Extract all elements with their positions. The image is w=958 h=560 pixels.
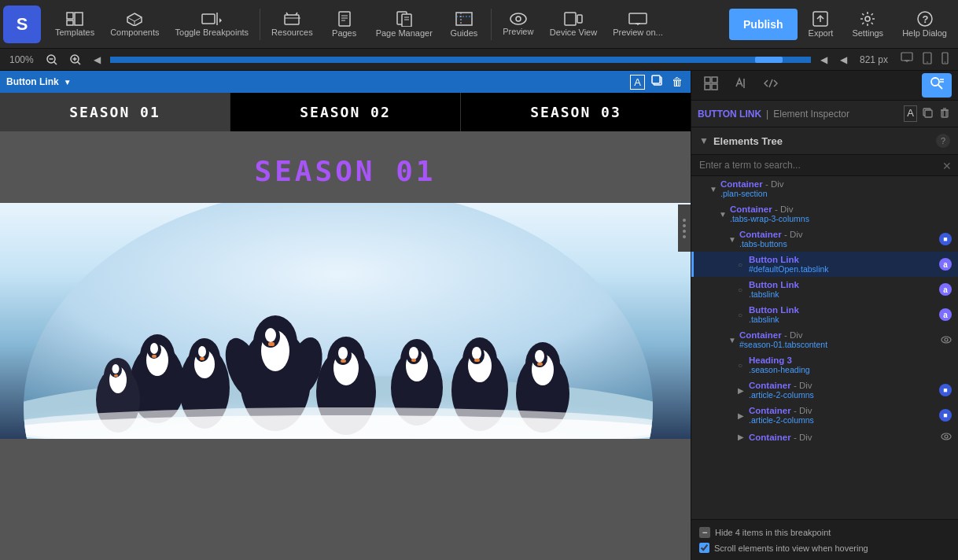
svg-rect-72 bbox=[268, 342, 275, 346]
toolbar-templates[interactable]: Templates bbox=[47, 2, 102, 46]
scroll-hover-checkbox[interactable] bbox=[699, 543, 709, 553]
device-mobile-icon[interactable] bbox=[938, 50, 952, 68]
tree-toggle-tabs-buttons[interactable]: ▼ bbox=[728, 235, 739, 244]
element-font-icon[interactable]: A bbox=[630, 75, 645, 90]
inspector-link-text[interactable]: BUTTON LINK bbox=[698, 109, 761, 120]
panel-code-icon[interactable] bbox=[757, 73, 784, 98]
toolbar-preview-on[interactable]: Preview on... bbox=[605, 2, 671, 46]
badge-btn2: a bbox=[939, 283, 952, 296]
tree-toggle-season01[interactable]: ▼ bbox=[728, 336, 739, 344]
tree-item-container-plan-section[interactable]: ▼ Container - Div .plan-section bbox=[691, 176, 958, 201]
drag-dot-2 bbox=[683, 224, 686, 227]
tree-item-container-bottom[interactable]: ▶ Container - Div bbox=[691, 428, 958, 446]
svg-point-123 bbox=[945, 338, 948, 341]
svg-rect-108 bbox=[712, 77, 717, 83]
hide-items-label: Hide 4 items in this breakpoint bbox=[715, 528, 831, 537]
season-tab-1[interactable]: SEASON 01 bbox=[0, 93, 230, 131]
device-desktop-icon[interactable] bbox=[897, 50, 916, 68]
breakpoint-width: 821 px bbox=[857, 53, 891, 67]
toolbar-guides[interactable]: Guides bbox=[440, 2, 488, 46]
minus-icon[interactable]: − bbox=[699, 527, 710, 538]
settings-icon bbox=[860, 11, 875, 27]
toolbar-preview[interactable]: Preview bbox=[495, 2, 542, 46]
tree-help-btn[interactable]: ? bbox=[936, 134, 950, 148]
svg-rect-27 bbox=[577, 15, 582, 23]
device-icons bbox=[897, 50, 952, 68]
publish-button[interactable]: Publish bbox=[729, 9, 798, 40]
toolbar-resources[interactable]: Resources bbox=[263, 2, 321, 46]
element-dropdown-arrow[interactable]: ▼ bbox=[64, 78, 72, 87]
tree-item-button-link-3[interactable]: ○ Button Link .tabslink a bbox=[691, 302, 958, 327]
drag-dot-3 bbox=[683, 230, 686, 233]
inspector-duplicate-icon[interactable] bbox=[920, 105, 934, 122]
tree-item-tabs-wrap[interactable]: ▼ Container - Div .tabs-wrap-3-columns bbox=[691, 201, 958, 227]
svg-point-49 bbox=[945, 61, 945, 62]
toolbar-device-view[interactable]: Device View bbox=[542, 2, 605, 46]
svg-point-25 bbox=[516, 17, 521, 21]
tree-toggle-article2[interactable]: ▶ bbox=[738, 411, 749, 420]
selected-element-bar: Button Link ▼ A 🗑 bbox=[0, 71, 691, 93]
inspector-delete-icon[interactable] bbox=[938, 105, 952, 122]
toolbar-components[interactable]: Components bbox=[102, 2, 167, 46]
drag-handle[interactable] bbox=[678, 204, 691, 252]
tree-item-button-link-2[interactable]: ○ Button Link .tabslink a bbox=[691, 277, 958, 302]
season-tab-3[interactable]: SEASON 03 bbox=[461, 93, 691, 131]
toolbar-settings[interactable]: Settings bbox=[844, 2, 891, 46]
preview-icon bbox=[510, 13, 527, 25]
badge-article1: ■ bbox=[939, 384, 952, 396]
tree-item-season01-content[interactable]: ▼ Container - Div #season-01.tabscontent bbox=[691, 327, 958, 352]
nav-right-btn[interactable]: ◀ bbox=[837, 53, 850, 67]
tree-toggle-plan-section[interactable]: ▼ bbox=[709, 185, 720, 193]
zoom-in-btn[interactable] bbox=[67, 53, 84, 67]
season-tab-2[interactable]: SEASON 02 bbox=[230, 93, 461, 131]
scroll-hover-row: Scroll elements into view when hovering bbox=[699, 540, 950, 555]
svg-rect-26 bbox=[565, 13, 576, 25]
season-heading: SEASON 01 bbox=[0, 131, 691, 203]
toolbar-pages[interactable]: Pages bbox=[321, 2, 368, 46]
svg-point-33 bbox=[865, 17, 870, 21]
svg-point-122 bbox=[941, 337, 951, 343]
tree-item-article-col-1[interactable]: ▶ Container - Div .article-2-columns ■ bbox=[691, 378, 958, 403]
toolbar-toggle-breakpoints[interactable]: Toggle Breakpoints bbox=[168, 2, 257, 46]
app-logo[interactable]: S bbox=[3, 6, 41, 43]
device-tablet-icon[interactable] bbox=[919, 50, 935, 68]
tree-search-input[interactable] bbox=[691, 155, 958, 176]
tree-item-tabs-buttons[interactable]: ▼ Container - Div .tabs-buttons ■ bbox=[691, 227, 958, 252]
svg-line-5 bbox=[134, 17, 142, 21]
nav-mid-btn[interactable]: ◀ bbox=[817, 53, 831, 67]
nav-left-btn[interactable]: ◀ bbox=[90, 53, 104, 67]
panel-grid-icon[interactable] bbox=[698, 73, 724, 98]
scroll-thumb bbox=[755, 57, 783, 63]
tree-collapse-all[interactable]: ▼ bbox=[699, 135, 709, 146]
element-duplicate-icon[interactable] bbox=[650, 73, 665, 91]
drag-dot-4 bbox=[683, 235, 686, 238]
resources-label: Resources bbox=[271, 28, 313, 37]
tree-circle-1: ○ bbox=[738, 260, 749, 269]
svg-rect-18 bbox=[402, 14, 411, 27]
hide-items-row: − Hide 4 items in this breakpoint bbox=[699, 525, 950, 540]
svg-rect-10 bbox=[285, 15, 299, 24]
element-delete-icon[interactable]: 🗑 bbox=[670, 74, 684, 90]
panel-style-icon[interactable] bbox=[728, 73, 754, 98]
main-toolbar: S Templates Components Toggle Breakpoint… bbox=[0, 0, 958, 49]
zoom-out-btn[interactable] bbox=[43, 53, 61, 67]
svg-rect-21 bbox=[456, 13, 472, 25]
inspector-header: BUTTON LINK | Element Inspector A bbox=[691, 101, 958, 127]
scroll-track[interactable] bbox=[110, 57, 811, 63]
tree-toggle-tabs-wrap[interactable]: ▼ bbox=[719, 210, 730, 219]
tree-toggle-bottom[interactable]: ▶ bbox=[738, 433, 749, 441]
tree-search-clear[interactable]: ✕ bbox=[942, 160, 952, 172]
tree-item-article-col-2[interactable]: ▶ Container - Div .article-2-columns ■ bbox=[691, 403, 958, 428]
tree-item-button-link-1[interactable]: ○ Button Link #defaultOpen.tabslink a bbox=[691, 252, 958, 277]
svg-point-59 bbox=[150, 343, 158, 354]
separator-2 bbox=[491, 9, 492, 40]
toolbar-help[interactable]: ? Help Dialog bbox=[894, 2, 955, 46]
panel-search-icon[interactable] bbox=[922, 73, 952, 98]
tree-toggle-article1[interactable]: ▶ bbox=[738, 386, 749, 395]
toolbar-export[interactable]: Export bbox=[801, 2, 842, 46]
inspector-font-icon[interactable]: A bbox=[904, 105, 917, 122]
toolbar-page-manager[interactable]: Page Manager bbox=[368, 2, 440, 46]
tree-item-heading3[interactable]: ○ Heading 3 .season-heading bbox=[691, 352, 958, 378]
svg-point-125 bbox=[945, 435, 948, 438]
panel-bottom: − Hide 4 items in this breakpoint Scroll… bbox=[691, 519, 958, 560]
